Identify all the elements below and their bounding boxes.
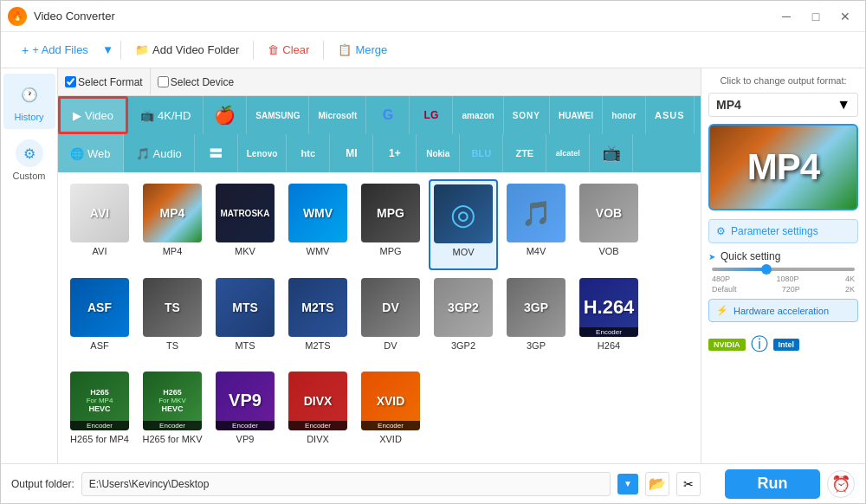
label-divx: DIVX [307, 434, 329, 444]
select-format-tab[interactable]: Select Format [58, 68, 151, 95]
clip-button[interactable]: ✂ [676, 472, 701, 496]
add-folder-button[interactable]: 📁 Add Video Folder [125, 38, 249, 61]
format-avi[interactable]: AVI AVI [65, 179, 134, 270]
sidebar-item-history[interactable]: 🕐 History [3, 74, 55, 129]
parameter-settings-button[interactable]: ⚙ Parameter settings [708, 219, 858, 243]
cat-tab-video[interactable]: ▶ Video [58, 96, 128, 134]
format-3gp[interactable]: 3GP 3GP [501, 274, 571, 363]
clear-button[interactable]: 🗑 Clear [257, 38, 320, 61]
brand-mi[interactable]: MI [330, 134, 373, 172]
select-format-checkbox[interactable] [65, 76, 76, 87]
brand-samsung[interactable]: SAMSUNG [247, 96, 309, 134]
audio-icon: 🎵 [136, 147, 150, 160]
label-mts: MTS [235, 340, 255, 351]
brand-zte[interactable]: ZTE [503, 134, 546, 172]
brand-honor[interactable]: honor [603, 96, 646, 134]
brand-apple[interactable]: 🍎 [204, 96, 247, 134]
thumb-wmv: WMV [288, 184, 347, 242]
label-mov: MOV [452, 247, 474, 257]
right-panel: Click to change output format: MP4 ▼ MP4… [701, 68, 865, 463]
brand-oneplus[interactable]: 1+ [373, 134, 417, 172]
format-divx[interactable]: DIVX Encoder DIVX [283, 367, 352, 456]
format-h265mkv[interactable]: H265 For MKV HEVC Encoder H265 for MKV [138, 367, 207, 456]
format-asf[interactable]: ASF ASF [65, 274, 134, 363]
format-xvid[interactable]: XVID Encoder XVID [356, 367, 425, 456]
label-avi: AVI [93, 246, 107, 256]
format-dv[interactable]: DV DV [356, 274, 425, 363]
format-wmv[interactable]: WMV WMV [283, 179, 352, 270]
format-3gp2[interactable]: 3GP2 3GP2 [429, 274, 498, 363]
label-3gp2: 3GP2 [451, 340, 475, 351]
select-device-checkbox[interactable] [158, 76, 169, 87]
label-h264: H264 [598, 340, 620, 351]
browse-folder-button[interactable]: 📂 [645, 472, 669, 496]
brand-lg[interactable]: LG [410, 96, 453, 134]
format-mp4[interactable]: MP4 MP4 [138, 179, 207, 270]
restore-button[interactable]: □ [803, 6, 829, 27]
toolbar: + + Add Files ▼ 📁 Add Video Folder 🗑 Cle… [1, 32, 865, 68]
cat-tab-audio[interactable]: 🎵 Audio [124, 134, 195, 172]
quick-setting-label-text: Quick setting [721, 250, 780, 262]
output-format-selector[interactable]: MP4 ▼ [708, 93, 858, 117]
format-m2ts[interactable]: M2TS M2TS [283, 274, 352, 363]
quality-slider-track[interactable] [712, 268, 855, 271]
format-vob[interactable]: VOB VOB [574, 179, 643, 270]
sidebar-item-custom[interactable]: ⚙ Custom [3, 132, 55, 188]
format-ts[interactable]: TS TS [138, 274, 207, 363]
format-mov[interactable]: ◎ MOV [429, 179, 498, 270]
output-path-dropdown[interactable]: ▼ [617, 474, 638, 494]
brand-htc[interactable]: htc [287, 134, 330, 172]
quality-slider-thumb[interactable] [761, 264, 772, 275]
brand-tv[interactable]: 📺 [590, 134, 633, 172]
brand-alcatel[interactable]: alcatel [546, 134, 590, 172]
brand-asus[interactable]: ASUS [646, 96, 695, 134]
format-mpg[interactable]: MPG MPG [356, 179, 425, 270]
brand-nokia[interactable]: Nokia [417, 134, 460, 172]
thumb-divx: DIVX Encoder [288, 372, 347, 430]
merge-icon: 📋 [338, 43, 352, 56]
web-icon: 🌐 [70, 147, 84, 160]
brand-huawei[interactable]: HUAWEI [550, 96, 603, 134]
add-files-dropdown[interactable]: ▼ [99, 38, 117, 61]
brand-sony[interactable]: SONY [504, 96, 550, 134]
clock-icon: ⏰ [831, 475, 850, 494]
add-files-button[interactable]: + + Add Files [11, 38, 99, 62]
sidebar: 🕐 History ⚙ Custom [1, 68, 58, 463]
brand-blu[interactable]: BLU [460, 134, 503, 172]
run-button[interactable]: Run [725, 469, 820, 499]
cat-tab-4khd[interactable]: 📺 4K/HD [128, 96, 204, 134]
schedule-button[interactable]: ⏰ [827, 470, 855, 498]
output-format-name: MP4 [716, 98, 741, 112]
output-format-preview: MP4 [708, 124, 858, 210]
format-m4v[interactable]: 🎵 M4V [501, 179, 571, 270]
format-mts[interactable]: MTS MTS [210, 274, 280, 363]
window-controls: ─ □ ✕ [773, 6, 858, 27]
close-button[interactable]: ✕ [832, 6, 858, 27]
select-device-tab[interactable]: Select Device [151, 68, 241, 95]
format-grid: AVI AVI MP4 MP4 MATROSKA MKV [58, 172, 701, 463]
quality-slider-container: 480P 1080P 4K Default 720P 2K [708, 268, 858, 294]
merge-button[interactable]: 📋 Merge [327, 38, 397, 61]
folder-icon: 📁 [135, 43, 149, 56]
minimize-button[interactable]: ─ [773, 6, 799, 27]
output-path-input[interactable] [81, 472, 611, 496]
folder-browse-icon: 📂 [649, 475, 666, 492]
brand-amazon[interactable]: amazon [453, 96, 503, 134]
format-mkv[interactable]: MATROSKA MKV [210, 179, 280, 270]
format-vp9[interactable]: VP9 Encoder VP9 [210, 367, 280, 456]
history-label: History [14, 112, 43, 122]
format-h264[interactable]: H.264 Encoder H264 [574, 274, 643, 363]
clear-icon: 🗑 [268, 43, 279, 56]
brand-lenovo[interactable]: Lenovo [238, 134, 288, 172]
settings-icon: ⚙ [716, 225, 726, 237]
brand-motorola[interactable]: 〓 [195, 134, 238, 172]
change-format-hint: Click to change output format: [708, 75, 858, 86]
label-m2ts: M2TS [305, 340, 330, 351]
brand-microsoft[interactable]: Microsoft [309, 96, 366, 134]
hardware-acceleration-button[interactable]: ⚡ Hardware acceleration [708, 299, 858, 322]
cat-tab-web[interactable]: 🌐 Web [58, 134, 124, 172]
label-asf: ASF [90, 340, 108, 351]
format-h265mp4[interactable]: H265 For MP4 HEVC Encoder H265 for MP4 [65, 367, 134, 456]
intel-badge: Intel [773, 339, 800, 351]
brand-google[interactable]: G [366, 96, 410, 134]
